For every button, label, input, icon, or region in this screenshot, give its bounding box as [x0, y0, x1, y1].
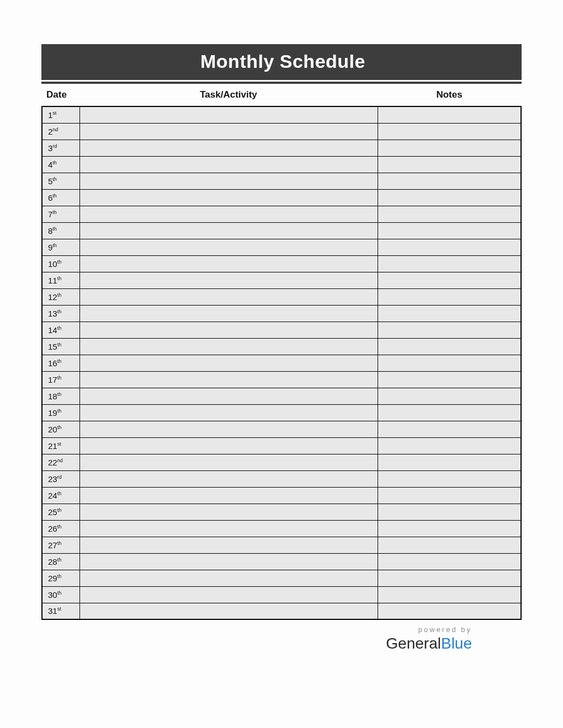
- date-ordinal: th: [57, 540, 62, 546]
- date-cell: 2nd: [42, 123, 79, 140]
- table-row: 23rd: [42, 470, 521, 487]
- date-ordinal: th: [57, 557, 62, 563]
- table-row: 17th: [42, 371, 521, 388]
- notes-cell[interactable]: [378, 603, 521, 619]
- task-cell[interactable]: [79, 272, 378, 288]
- notes-cell[interactable]: [378, 404, 521, 421]
- notes-cell[interactable]: [378, 586, 521, 603]
- table-row: 10th: [42, 255, 521, 272]
- notes-cell[interactable]: [378, 537, 521, 553]
- table-row: 29th: [42, 570, 521, 586]
- table-row: 30th: [42, 586, 521, 603]
- notes-cell[interactable]: [378, 305, 521, 322]
- task-cell[interactable]: [79, 106, 378, 123]
- notes-cell[interactable]: [378, 322, 521, 338]
- task-cell[interactable]: [79, 537, 378, 553]
- task-cell[interactable]: [79, 255, 378, 272]
- task-cell[interactable]: [79, 140, 378, 156]
- notes-cell[interactable]: [378, 206, 521, 222]
- notes-cell[interactable]: [378, 388, 521, 404]
- date-cell: 20th: [42, 421, 79, 437]
- notes-cell[interactable]: [378, 553, 521, 570]
- task-cell[interactable]: [79, 371, 378, 388]
- notes-cell[interactable]: [378, 140, 521, 156]
- task-cell[interactable]: [79, 504, 378, 520]
- notes-cell[interactable]: [378, 570, 521, 586]
- table-row: 26th: [42, 520, 521, 537]
- date-ordinal: st: [57, 441, 61, 447]
- task-cell[interactable]: [79, 437, 378, 454]
- notes-cell[interactable]: [378, 437, 521, 454]
- notes-cell[interactable]: [378, 470, 521, 487]
- task-cell[interactable]: [79, 173, 378, 189]
- task-cell[interactable]: [79, 338, 378, 355]
- task-cell[interactable]: [79, 570, 378, 586]
- notes-cell[interactable]: [378, 355, 521, 371]
- notes-cell[interactable]: [378, 222, 521, 239]
- notes-cell[interactable]: [378, 421, 521, 437]
- notes-cell[interactable]: [378, 173, 521, 189]
- date-number: 13: [48, 309, 57, 318]
- page-title: Monthly Schedule: [41, 44, 522, 80]
- notes-cell[interactable]: [378, 189, 521, 206]
- task-cell[interactable]: [79, 603, 378, 619]
- notes-cell[interactable]: [378, 106, 521, 123]
- table-row: 4th: [42, 156, 521, 173]
- task-cell[interactable]: [79, 355, 378, 371]
- notes-cell[interactable]: [378, 288, 521, 305]
- task-cell[interactable]: [79, 520, 378, 537]
- task-cell[interactable]: [79, 470, 378, 487]
- date-number: 29: [48, 574, 57, 583]
- task-cell[interactable]: [79, 388, 378, 404]
- notes-cell[interactable]: [378, 371, 521, 388]
- task-cell[interactable]: [79, 454, 378, 470]
- date-cell: 30th: [42, 586, 79, 603]
- task-cell[interactable]: [79, 123, 378, 140]
- date-cell: 4th: [42, 156, 79, 173]
- task-cell[interactable]: [79, 487, 378, 504]
- notes-cell[interactable]: [378, 239, 521, 255]
- date-cell: 26th: [42, 520, 79, 537]
- task-cell[interactable]: [79, 553, 378, 570]
- date-cell: 12th: [42, 288, 79, 305]
- notes-cell[interactable]: [378, 156, 521, 173]
- table-row: 16th: [42, 355, 521, 371]
- task-cell[interactable]: [79, 156, 378, 173]
- date-number: 11: [48, 276, 57, 285]
- table-row: 13th: [42, 305, 521, 322]
- task-cell[interactable]: [79, 586, 378, 603]
- date-cell: 22nd: [42, 454, 79, 470]
- notes-cell[interactable]: [378, 338, 521, 355]
- task-cell[interactable]: [79, 404, 378, 421]
- task-cell[interactable]: [79, 421, 378, 437]
- notes-cell[interactable]: [378, 123, 521, 140]
- date-cell: 15th: [42, 338, 79, 355]
- date-number: 10: [48, 259, 57, 269]
- task-cell[interactable]: [79, 305, 378, 322]
- task-cell[interactable]: [79, 189, 378, 206]
- notes-cell[interactable]: [378, 504, 521, 520]
- notes-cell[interactable]: [378, 487, 521, 504]
- date-ordinal: th: [52, 160, 57, 165]
- table-row: 7th: [42, 206, 521, 222]
- task-cell[interactable]: [79, 222, 378, 239]
- task-cell[interactable]: [79, 206, 378, 222]
- task-cell[interactable]: [79, 288, 378, 305]
- date-number: 12: [48, 292, 57, 302]
- task-cell[interactable]: [79, 322, 378, 338]
- notes-cell[interactable]: [378, 454, 521, 470]
- table-row: 12th: [42, 288, 521, 305]
- date-ordinal: th: [57, 259, 62, 265]
- date-cell: 19th: [42, 404, 79, 421]
- notes-cell[interactable]: [378, 255, 521, 272]
- header-date: Date: [42, 85, 79, 106]
- date-number: 26: [48, 524, 57, 533]
- date-ordinal: th: [57, 325, 62, 331]
- date-ordinal: th: [52, 193, 57, 199]
- date-number: 21: [48, 441, 57, 451]
- notes-cell[interactable]: [378, 520, 521, 537]
- date-number: 22: [48, 458, 57, 467]
- task-cell[interactable]: [79, 239, 378, 255]
- notes-cell[interactable]: [378, 272, 521, 288]
- table-row: 5th: [42, 173, 521, 189]
